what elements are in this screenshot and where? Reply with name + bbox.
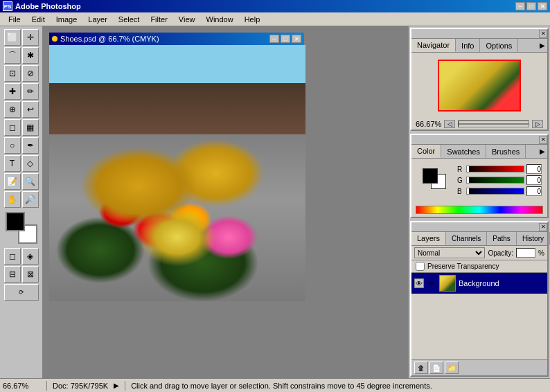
tab-swatches[interactable]: Swatches xyxy=(441,145,486,158)
gradient-tool[interactable]: ▦ xyxy=(22,119,39,136)
jump-to-btn[interactable]: ⟳ xyxy=(4,284,39,301)
color-gradient-bar[interactable] xyxy=(416,206,543,214)
notes-tool[interactable]: 📝 xyxy=(4,173,21,190)
shape-tool[interactable]: ◇ xyxy=(22,155,39,172)
menu-select[interactable]: Select xyxy=(113,14,145,25)
zoom-out-btn[interactable]: ◁ xyxy=(444,120,455,128)
tab-color[interactable]: Color xyxy=(411,145,441,158)
b-value-input[interactable] xyxy=(526,186,542,196)
lasso-tool[interactable]: ⌒ xyxy=(4,47,21,64)
navigator-tabs: Navigator Info Options ▶ xyxy=(411,39,547,53)
standard-mode-btn[interactable]: ◻ xyxy=(4,248,21,265)
tab-channels[interactable]: Channels xyxy=(446,232,487,245)
layer-brush-icon[interactable]: ✏ xyxy=(427,278,436,288)
fullscreen-btn[interactable]: ⊠ xyxy=(22,266,39,283)
layers-tabs: Layers Channels Paths History ▶ xyxy=(411,232,547,246)
eyedropper-tool[interactable]: 🔍 xyxy=(22,173,39,190)
magic-wand-tool[interactable]: ✱ xyxy=(22,47,39,64)
menu-window[interactable]: Window xyxy=(201,14,239,25)
text-tool[interactable]: T xyxy=(4,155,21,172)
layers-folder-btn[interactable]: 📁 xyxy=(445,362,459,374)
doc-close-button[interactable]: ✕ xyxy=(292,35,301,43)
navigator-panel-menu[interactable]: ▶ xyxy=(540,42,545,49)
layer-visibility-icon[interactable]: 👁 xyxy=(414,278,424,288)
tab-brushes[interactable]: Brushes xyxy=(486,145,526,158)
tab-history[interactable]: History xyxy=(517,232,550,245)
document-canvas[interactable] xyxy=(49,45,305,301)
healing-tool[interactable]: ✚ xyxy=(4,83,21,100)
maximize-button[interactable]: □ xyxy=(526,2,536,10)
layers-delete-btn[interactable]: 🗑 xyxy=(414,362,428,374)
marquee-tool[interactable]: ⬜ xyxy=(4,29,21,46)
dodge-tool[interactable]: ○ xyxy=(4,137,21,154)
doc-minimize-button[interactable]: ─ xyxy=(269,35,279,43)
g-slider[interactable] xyxy=(466,177,524,184)
zoom-in-btn[interactable]: ▷ xyxy=(532,120,543,128)
navigator-thumbnail xyxy=(438,60,521,112)
app-title-bar: PS Adobe Photoshop ─ □ ✕ xyxy=(0,0,550,12)
right-panel: ✕ Navigator Info Options ▶ 66.67% ◁ ▷ xyxy=(408,26,550,378)
status-message: Click and drag to move layer or selectio… xyxy=(131,382,547,390)
status-divider-1 xyxy=(46,381,47,391)
doc-maximize-button[interactable]: □ xyxy=(281,35,290,43)
color-fg-swatch[interactable] xyxy=(423,168,438,184)
b-slider[interactable] xyxy=(466,188,524,195)
zoom-tool[interactable]: 🔎 xyxy=(22,191,39,208)
tab-info[interactable]: Info xyxy=(456,39,480,52)
brush-tool[interactable]: ✏ xyxy=(22,83,39,100)
blend-mode-select[interactable]: Normal xyxy=(414,247,485,258)
color-panel-menu[interactable]: ▶ xyxy=(540,148,545,155)
menu-help[interactable]: Help xyxy=(239,14,266,25)
status-doc: Doc: 795K/795K xyxy=(53,382,108,390)
menu-layer[interactable]: Layer xyxy=(82,14,113,25)
r-value-input[interactable] xyxy=(526,164,542,174)
close-button[interactable]: ✕ xyxy=(538,2,547,10)
minimize-button[interactable]: ─ xyxy=(515,2,525,10)
layer-background[interactable]: 👁 ✏ Background xyxy=(411,273,547,294)
layers-new-btn[interactable]: 📄 xyxy=(429,362,443,374)
foreground-color-swatch[interactable] xyxy=(6,212,25,231)
history-brush-tool[interactable]: ↩ xyxy=(22,101,39,118)
layer-name: Background xyxy=(459,279,544,287)
app-icon: PS xyxy=(3,1,12,11)
shoe-photo xyxy=(49,45,305,301)
g-value-input[interactable] xyxy=(526,175,542,185)
preserve-transparency-checkbox[interactable] xyxy=(416,262,425,271)
slice-tool[interactable]: ⊘ xyxy=(22,65,39,82)
menu-bar: File Edit Image Layer Select Filter View… xyxy=(0,12,550,26)
quick-mask-btn[interactable]: ◈ xyxy=(22,248,39,265)
layers-panel-close[interactable]: ✕ xyxy=(539,223,547,231)
menu-file[interactable]: File xyxy=(3,14,26,25)
menu-edit[interactable]: Edit xyxy=(26,14,51,25)
menu-filter[interactable]: Filter xyxy=(145,14,172,25)
r-slider[interactable] xyxy=(466,166,524,172)
layers-footer: 🗑 📄 📁 xyxy=(411,359,547,375)
status-arrow[interactable]: ▶ xyxy=(114,382,119,389)
clone-tool[interactable]: ⊕ xyxy=(4,101,21,118)
layer-thumbnail xyxy=(439,275,456,292)
opacity-input[interactable] xyxy=(516,248,535,258)
menu-image[interactable]: Image xyxy=(51,14,83,25)
color-fg-bg-swatches[interactable] xyxy=(418,164,450,192)
crop-tool[interactable]: ⊡ xyxy=(4,65,21,82)
status-zoom: 66.67% xyxy=(3,382,41,390)
color-picker[interactable] xyxy=(6,212,37,244)
canvas-area: Shoes.psd @ 66.7% (CMYK) ─ □ ✕ xyxy=(43,26,408,378)
tab-layers[interactable]: Layers xyxy=(411,232,446,245)
main-area: ⬜ ✛ ⌒ ✱ ⊡ ⊘ ✚ ✏ ⊕ ↩ ◻ ▦ ○ ✒ T ◇ xyxy=(0,26,550,378)
menu-view[interactable]: View xyxy=(173,14,201,25)
document-title: Shoes.psd @ 66.7% (CMYK) xyxy=(60,35,269,43)
navigator-panel-close[interactable]: ✕ xyxy=(539,30,547,38)
navigator-zoom-bar: 66.67% ◁ ▷ xyxy=(411,118,547,130)
tab-paths[interactable]: Paths xyxy=(487,232,517,245)
pen-tool[interactable]: ✒ xyxy=(22,137,39,154)
zoom-slider[interactable] xyxy=(458,121,529,127)
eraser-tool[interactable]: ◻ xyxy=(4,119,21,136)
standard-screen-btn[interactable]: ⊟ xyxy=(4,266,21,283)
color-panel-close[interactable]: ✕ xyxy=(539,136,547,144)
tab-options[interactable]: Options xyxy=(480,39,518,52)
tab-navigator[interactable]: Navigator xyxy=(411,39,456,52)
r-label: R xyxy=(457,166,464,173)
move-tool[interactable]: ✛ xyxy=(22,29,39,46)
hand-tool[interactable]: ✋ xyxy=(4,191,21,208)
